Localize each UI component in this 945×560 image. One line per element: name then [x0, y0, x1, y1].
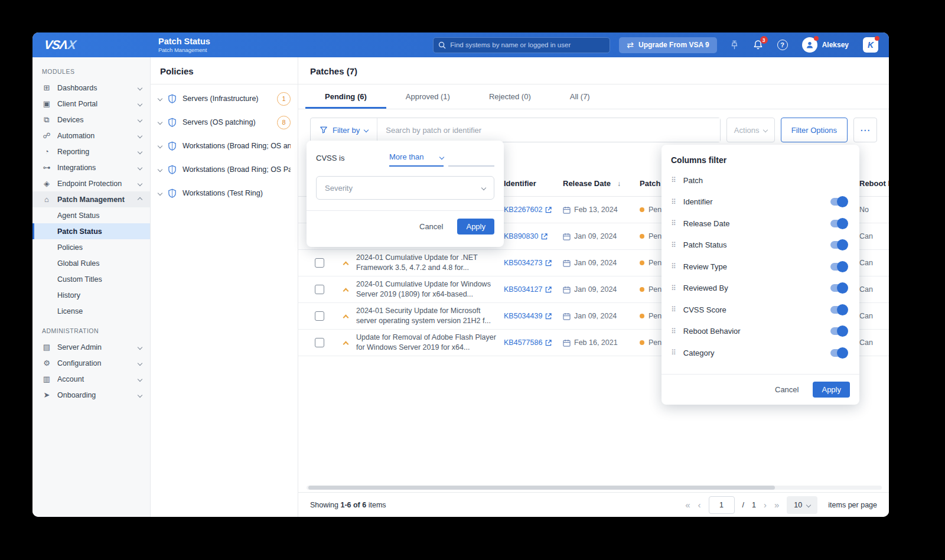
filter-by-button[interactable]: Filter by	[311, 118, 377, 142]
sidebar-subitem-policies[interactable]: Policies	[32, 239, 150, 255]
category-toggle[interactable]	[830, 349, 846, 357]
sidebar-item-label: Onboarding	[57, 391, 132, 399]
next-page-button[interactable]: ›	[764, 500, 767, 510]
notifications-button[interactable]: 3	[753, 40, 763, 50]
columns-cancel-button[interactable]: Cancel	[775, 385, 799, 394]
patch-search-input[interactable]	[377, 118, 719, 142]
ellipsis-icon: ⋯	[860, 124, 871, 136]
sidebar-item-dashboards[interactable]: ⊞ Dashboards	[32, 80, 150, 96]
identifier-link[interactable]: KB5034439	[504, 312, 542, 320]
sidebar-item-client-portal[interactable]: ▣ Client Portal	[32, 96, 150, 112]
pin-button[interactable]	[730, 40, 739, 50]
last-page-button[interactable]: »	[774, 500, 779, 510]
drag-handle-icon[interactable]: ⠿	[671, 176, 676, 184]
reviewed-by-toggle[interactable]	[830, 284, 846, 292]
page-input[interactable]: 1	[709, 496, 735, 514]
sidebar-item-automation[interactable]: ☍ Automation	[32, 128, 150, 144]
header-reboot-behavior[interactable]: Reboot Behavior	[859, 179, 889, 188]
drag-handle-icon[interactable]: ⠿	[671, 262, 676, 271]
policy-row-servers-os-patching[interactable]: Servers (OS patching) 8	[151, 110, 298, 134]
sidebar-subitem-global-rules[interactable]: Global Rules	[32, 255, 150, 271]
tab-pending[interactable]: Pending (6)	[305, 84, 386, 109]
drag-handle-icon[interactable]: ⠿	[671, 327, 676, 336]
first-page-button[interactable]: «	[685, 500, 690, 510]
drag-handle-icon[interactable]: ⠿	[671, 241, 676, 249]
identifier-link[interactable]: KB5034127	[504, 285, 542, 294]
sidebar-item-reporting[interactable]: ◔ Reporting	[32, 144, 150, 159]
screen: VSΛX Patch Status Patch Management ⇄ Upg…	[0, 0, 945, 560]
kaseya-app-button[interactable]: K	[863, 37, 878, 53]
severity-select[interactable]: Severity	[316, 176, 494, 200]
row-checkbox[interactable]	[315, 338, 324, 347]
cvss-operator-select[interactable]: More than	[389, 152, 444, 167]
actions-button[interactable]: Actions	[726, 118, 775, 142]
policy-row-servers-infrastructure[interactable]: Servers (Infrastructure) 1	[151, 87, 298, 110]
policy-row-workstations-broad-ring-2[interactable]: Workstations (Broad Ring; OS Pat...	[151, 158, 298, 181]
showing-suffix: items	[369, 501, 386, 509]
columns-apply-button[interactable]: Apply	[813, 382, 850, 398]
sidebar-item-account[interactable]: ▥ Account	[32, 371, 150, 387]
sidebar-item-patch-management[interactable]: ⌂ Patch Management	[32, 191, 150, 207]
more-options-button[interactable]: ⋯	[853, 118, 877, 142]
global-search-input[interactable]	[450, 41, 605, 48]
scrollbar-thumb[interactable]	[308, 486, 775, 490]
prev-page-button[interactable]: ‹	[698, 500, 701, 510]
sidebar-subitem-patch-status[interactable]: Patch Status	[32, 223, 150, 239]
cvss-cancel-button[interactable]: Cancel	[419, 222, 443, 231]
row-checkbox[interactable]	[315, 285, 324, 294]
tab-rejected[interactable]: Rejected (0)	[470, 84, 550, 109]
cvss-apply-button[interactable]: Apply	[457, 219, 494, 235]
filter-options-button[interactable]: Filter Options	[781, 118, 848, 142]
identifier-link[interactable]: KB890830	[504, 232, 538, 240]
external-link-icon	[545, 207, 552, 213]
column-item-category: ⠿ Category	[671, 342, 850, 364]
per-page-select[interactable]: 10	[787, 496, 817, 514]
sidebar-item-configuration[interactable]: ⚙ Configuration	[32, 355, 150, 371]
sidebar-item-devices[interactable]: ⧉ Devices	[32, 112, 150, 128]
user-menu[interactable]: Aleksey	[802, 37, 849, 53]
sidebar-subitem-custom-titles[interactable]: Custom Titles	[32, 271, 150, 287]
sidebar-subitem-license[interactable]: License	[32, 303, 150, 319]
patch-management-icon: ⌂	[42, 195, 51, 204]
identifier-link[interactable]: KB4577586	[504, 338, 542, 347]
sidebar-item-integrations[interactable]: ⊶ Integrations	[32, 159, 150, 175]
cvss-score-toggle[interactable]	[830, 306, 846, 314]
per-page-label: items per page	[828, 501, 877, 509]
drag-handle-icon[interactable]: ⠿	[671, 219, 676, 227]
release-date-toggle[interactable]	[830, 220, 846, 227]
drag-handle-icon[interactable]: ⠿	[671, 305, 676, 314]
identifier-link[interactable]: KB5034273	[504, 259, 542, 267]
drag-handle-icon[interactable]: ⠿	[671, 198, 676, 206]
row-checkbox[interactable]	[315, 258, 324, 268]
header-release-date[interactable]: Release Date ↓	[563, 179, 640, 188]
chevron-down-icon	[138, 117, 142, 122]
sidebar-section-modules: MODULES	[32, 62, 150, 80]
cvss-filter-popover: CVSS is More than Severity Cancel Apply	[307, 141, 504, 247]
sidebar-item-server-admin[interactable]: ▤ Server Admin	[32, 339, 150, 355]
vsax-logo[interactable]: VSΛX	[32, 38, 151, 52]
identifier-link[interactable]: KB2267602	[504, 206, 542, 214]
drag-handle-icon[interactable]: ⠿	[671, 349, 676, 357]
upgrade-button[interactable]: ⇄ Upgrade From VSA 9	[619, 37, 716, 53]
row-checkbox[interactable]	[315, 311, 324, 321]
identifier-toggle[interactable]	[830, 198, 846, 206]
header-identifier[interactable]: Identifier	[504, 179, 563, 188]
sidebar-subitem-agent-status[interactable]: Agent Status	[32, 207, 150, 223]
sidebar-item-endpoint-protection[interactable]: ◈ Endpoint Protection	[32, 175, 150, 191]
sidebar-item-onboarding[interactable]: ➤ Onboarding	[32, 387, 150, 403]
header-release-date-label: Release Date	[563, 179, 611, 188]
reboot-behavior-toggle[interactable]	[830, 327, 846, 335]
tab-all[interactable]: All (7)	[550, 84, 610, 109]
sidebar-subitem-history[interactable]: History	[32, 287, 150, 303]
policy-row-workstations-broad-ring-1[interactable]: Workstations (Broad Ring; OS an...	[151, 134, 298, 158]
tab-approved[interactable]: Approved (1)	[386, 84, 470, 109]
drag-handle-icon[interactable]: ⠿	[671, 284, 676, 292]
global-search[interactable]	[433, 37, 610, 53]
help-button[interactable]: ?	[777, 40, 788, 50]
policy-row-workstations-test-ring[interactable]: Workstations (Test Ring)	[151, 181, 298, 205]
cvss-label: CVSS is	[316, 154, 344, 167]
review-type-toggle[interactable]	[830, 263, 846, 271]
patch-status-toggle[interactable]	[830, 241, 846, 249]
cvss-value-input[interactable]	[448, 152, 494, 167]
release-date-value: Jan 09, 2024	[574, 232, 617, 240]
